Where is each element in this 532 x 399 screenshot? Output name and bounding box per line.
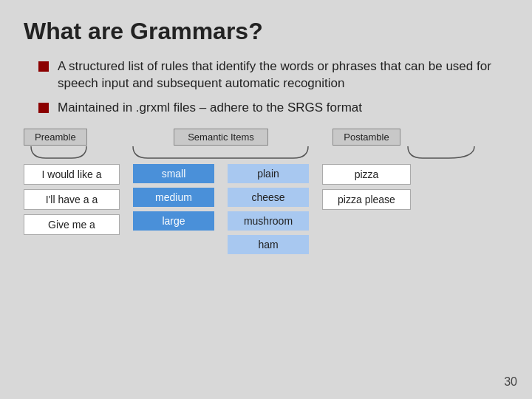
slide: What are Grammars? A structured list of … [0,0,532,399]
col-preamble: I would like a I'll have a a Give me a [24,164,120,235]
topping-item-2: mushroom [228,211,309,231]
postamble-label-container: Postamble [322,130,411,143]
postamble-label: Postamble [332,129,400,146]
bullet-list: A structured list of rules that identify… [38,58,508,117]
col-postamble: pizza pizza please [322,164,411,210]
preamble-label-spacer: Preamble [24,130,120,143]
bullet-text-1: A structured list of rules that identify… [58,58,508,92]
labels-row: Preamble Semantic Items Postamble [24,130,508,143]
preamble-item-0: I would like a [24,164,120,185]
bullet-icon-1 [38,61,49,72]
postamble-item-0: pizza [322,164,411,185]
topping-item-1: cheese [228,188,309,207]
slide-title: What are Grammars? [24,18,508,45]
postamble-item-1: pizza please [322,189,411,210]
preamble-label: Preamble [24,129,87,146]
preamble-item-1: I'll have a a [24,189,120,210]
columns-row: I would like a I'll have a a Give me a s… [24,164,508,254]
semantic-label-container: Semantic Items [133,130,309,143]
col-size: small medium large [133,164,214,231]
diagram: Preamble Semantic Items Postamble I woul… [24,130,508,254]
brace-svg [24,145,532,161]
col-topping: plain cheese mushroom ham [228,164,309,254]
semantic-items-label: Semantic Items [174,129,268,146]
topping-item-3: ham [228,235,309,254]
bullet-icon-2 [38,103,49,113]
bullet-item-2: Maintained in .grxml files – adhere to t… [38,100,508,117]
size-item-0: small [133,164,214,183]
size-item-2: large [133,211,214,231]
preamble-item-2: Give me a [24,214,120,235]
size-item-1: medium [133,188,214,207]
bullet-text-2: Maintained in .grxml files – adhere to t… [58,100,362,117]
bullet-item-1: A structured list of rules that identify… [38,58,508,92]
topping-item-0: plain [228,164,309,183]
page-number: 30 [504,375,517,389]
